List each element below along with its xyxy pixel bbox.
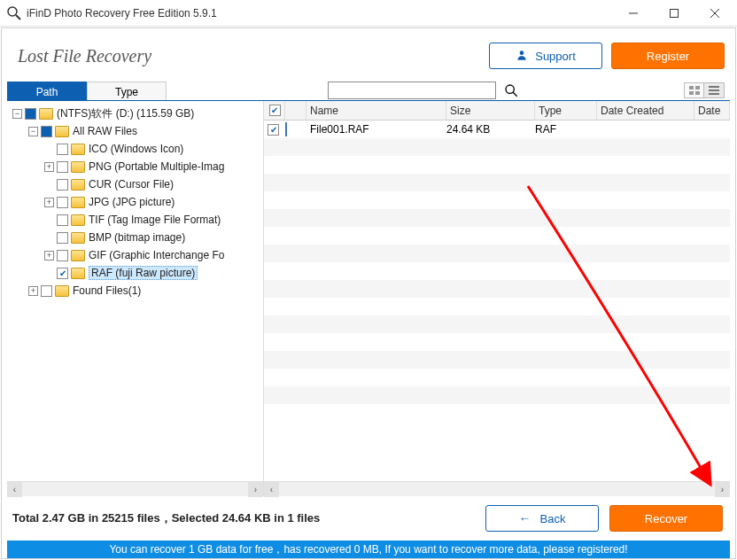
tree-node-root[interactable]: − (NTFS)软件 (D:) (115.59 GB) bbox=[7, 105, 263, 122]
select-all-checkbox[interactable] bbox=[269, 105, 281, 116]
tree-node[interactable]: CUR (Cursor File) bbox=[7, 175, 263, 193]
scroll-left-icon[interactable]: ‹ bbox=[264, 482, 279, 497]
tree-node[interactable]: ICO (Windows Icon) bbox=[7, 140, 263, 158]
col-date-created[interactable]: Date Created bbox=[597, 101, 694, 120]
folder-icon bbox=[71, 144, 85, 155]
person-icon bbox=[516, 49, 528, 64]
checkbox[interactable] bbox=[57, 161, 68, 173]
summary-text: Total 2.47 GB in 25215 files，Selected 24… bbox=[12, 510, 485, 526]
tree-label: All RAW Files bbox=[73, 125, 137, 137]
checkbox[interactable] bbox=[57, 232, 68, 244]
checkbox[interactable] bbox=[57, 197, 68, 208]
tree-label: JPG (JPG picture) bbox=[89, 196, 175, 208]
view-toggle bbox=[684, 82, 725, 98]
file-row[interactable]: File001.RAF 24.64 KB RAF bbox=[264, 121, 730, 138]
tree-node-allraw[interactable]: − All RAW Files bbox=[7, 122, 263, 140]
svg-rect-15 bbox=[709, 93, 719, 95]
tree-label: ICO (Windows Icon) bbox=[89, 143, 183, 155]
checkbox[interactable] bbox=[57, 179, 68, 191]
register-label: Register bbox=[647, 50, 689, 63]
folder-icon bbox=[71, 232, 85, 244]
checkbox[interactable] bbox=[57, 250, 68, 261]
expand-icon[interactable]: + bbox=[28, 286, 38, 296]
checkbox[interactable] bbox=[57, 268, 68, 279]
checkbox[interactable] bbox=[25, 108, 36, 120]
file-size: 24.64 KB bbox=[446, 123, 535, 136]
col-type[interactable]: Type bbox=[535, 101, 597, 120]
search-button[interactable] bbox=[500, 83, 523, 97]
maximize-button[interactable] bbox=[654, 0, 694, 27]
folder-icon bbox=[71, 214, 85, 226]
tree-pane: − (NTFS)软件 (D:) (115.59 GB) − All RAW Fi… bbox=[7, 101, 264, 496]
checkbox[interactable] bbox=[41, 285, 52, 297]
tree-node[interactable]: + JPG (JPG picture) bbox=[7, 193, 263, 211]
minimize-button[interactable] bbox=[613, 0, 654, 27]
svg-rect-14 bbox=[709, 89, 719, 91]
tree-node[interactable]: BMP (bitmap image) bbox=[7, 229, 263, 246]
tabs-row: Path Type bbox=[7, 82, 730, 101]
row-checkbox[interactable] bbox=[268, 124, 279, 136]
tree-node[interactable]: + GIF (Graphic Interchange Fo bbox=[7, 246, 263, 264]
svg-point-7 bbox=[506, 85, 514, 93]
file-list[interactable]: File001.RAF 24.64 KB RAF bbox=[264, 121, 730, 481]
file-type: RAF bbox=[535, 123, 597, 136]
col-date2[interactable]: Date bbox=[694, 101, 730, 120]
recover-button[interactable]: Recover bbox=[609, 505, 723, 532]
tree-node[interactable]: TIF (Tag Image File Format) bbox=[7, 211, 263, 229]
tree-hscroll[interactable]: ‹ › bbox=[7, 481, 263, 496]
back-label: Back bbox=[540, 512, 566, 525]
scroll-left-icon[interactable]: ‹ bbox=[7, 482, 22, 497]
footer: Total 2.47 GB in 25215 files，Selected 24… bbox=[7, 496, 730, 537]
checkbox[interactable] bbox=[57, 144, 68, 155]
header: Lost File Recovery Support Register bbox=[7, 34, 730, 82]
file-list-pane: Name Size Type Date Created Date File001… bbox=[264, 101, 730, 496]
svg-rect-3 bbox=[671, 9, 679, 17]
tree-node-selected[interactable]: RAF (fuji Raw picture) bbox=[7, 264, 263, 282]
folder-icon bbox=[55, 126, 69, 137]
tab-path[interactable]: Path bbox=[7, 82, 87, 100]
tree-label: GIF (Graphic Interchange Fo bbox=[89, 249, 224, 261]
checkbox[interactable] bbox=[57, 214, 68, 226]
expand-icon[interactable]: + bbox=[44, 251, 54, 261]
title-bar: iFinD Photo Recovery Free Edition 5.9.1 bbox=[0, 0, 737, 27]
scroll-right-icon[interactable]: › bbox=[248, 482, 263, 497]
register-button[interactable]: Register bbox=[611, 43, 725, 69]
folder-icon bbox=[71, 161, 85, 173]
svg-rect-13 bbox=[709, 86, 719, 88]
promo-banner: You can recover 1 GB data for free，has r… bbox=[7, 541, 730, 558]
tab-type[interactable]: Type bbox=[87, 82, 167, 100]
tree-label: CUR (Cursor File) bbox=[89, 178, 174, 191]
svg-point-6 bbox=[520, 51, 524, 55]
list-hscroll[interactable]: ‹ › bbox=[264, 481, 730, 496]
expand-icon[interactable]: + bbox=[44, 198, 54, 207]
view-grid-icon[interactable] bbox=[685, 83, 704, 97]
support-button[interactable]: Support bbox=[489, 43, 602, 69]
svg-line-8 bbox=[513, 92, 517, 97]
col-size[interactable]: Size bbox=[446, 101, 535, 120]
tree-node-found[interactable]: + Found Files(1) bbox=[7, 282, 263, 299]
collapse-icon[interactable]: − bbox=[28, 127, 38, 136]
window-title: iFinD Photo Recovery Free Edition 5.9.1 bbox=[27, 7, 613, 19]
scroll-right-icon[interactable]: › bbox=[715, 482, 730, 497]
search-input[interactable] bbox=[328, 82, 496, 99]
tree-label: BMP (bitmap image) bbox=[89, 231, 185, 244]
checkbox[interactable] bbox=[41, 126, 52, 137]
folder-icon bbox=[55, 285, 69, 297]
expand-icon[interactable]: + bbox=[44, 162, 54, 172]
col-name[interactable]: Name bbox=[306, 101, 446, 120]
recover-label: Recover bbox=[645, 512, 687, 525]
folder-tree[interactable]: − (NTFS)软件 (D:) (115.59 GB) − All RAW Fi… bbox=[7, 101, 263, 481]
folder-icon bbox=[71, 268, 85, 279]
svg-rect-11 bbox=[689, 91, 694, 95]
view-list-icon[interactable] bbox=[704, 83, 724, 97]
svg-rect-10 bbox=[695, 86, 700, 89]
tree-label: TIF (Tag Image File Format) bbox=[89, 214, 221, 226]
collapse-icon[interactable]: − bbox=[12, 109, 22, 119]
close-button[interactable] bbox=[694, 0, 735, 27]
app-icon bbox=[7, 6, 21, 20]
tree-label: PNG (Portable Multiple-Imag bbox=[89, 160, 224, 173]
back-button[interactable]: ← Back bbox=[485, 505, 599, 532]
svg-rect-12 bbox=[695, 91, 700, 95]
tree-node[interactable]: + PNG (Portable Multiple-Imag bbox=[7, 158, 263, 175]
tree-label: (NTFS)软件 (D:) (115.59 GB) bbox=[57, 106, 194, 121]
